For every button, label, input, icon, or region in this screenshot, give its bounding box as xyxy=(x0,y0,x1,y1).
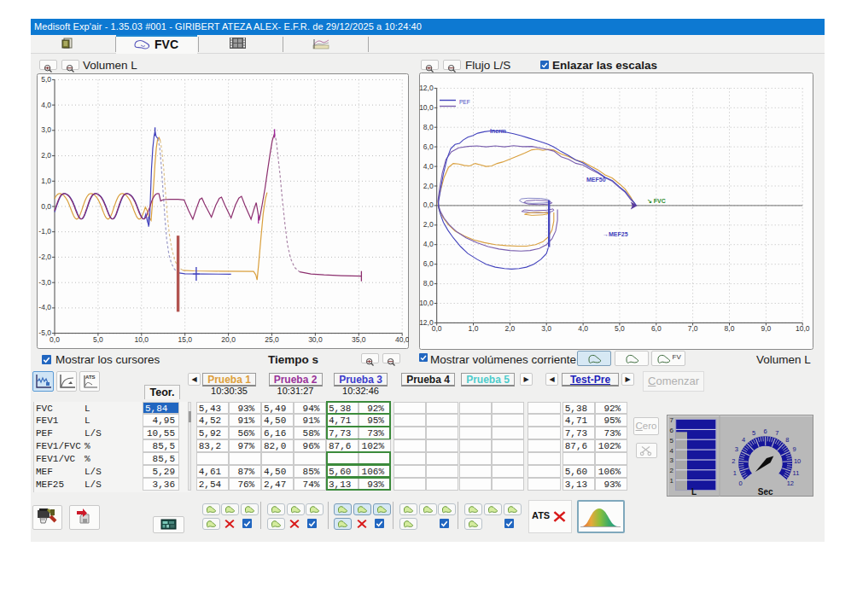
svg-text:5: 5 xyxy=(670,437,674,445)
svg-text:-3,0: -3,0 xyxy=(38,278,51,287)
svg-text:12,0: 12,0 xyxy=(419,84,434,92)
svg-text:4: 4 xyxy=(742,436,745,444)
svg-text:10: 10 xyxy=(794,457,801,465)
svg-text:8,0: 8,0 xyxy=(423,279,434,288)
svg-text:1,0: 1,0 xyxy=(41,177,51,185)
svg-text:6,0: 6,0 xyxy=(423,259,434,268)
svg-text:MEF50: MEF50 xyxy=(586,177,606,183)
svg-text:0,0: 0,0 xyxy=(50,335,60,344)
svg-text:6: 6 xyxy=(764,427,767,435)
svg-text:2,0: 2,0 xyxy=(504,324,515,333)
svg-text:4: 4 xyxy=(670,447,674,455)
svg-text:0,0: 0,0 xyxy=(41,202,51,211)
svg-text:PEF: PEF xyxy=(459,99,470,105)
svg-text:35,0: 35,0 xyxy=(352,335,366,344)
svg-text:40,0: 40,0 xyxy=(395,335,409,344)
svg-text:ATS: ATS xyxy=(85,375,96,380)
svg-text:12: 12 xyxy=(787,479,794,487)
svg-text:0: 0 xyxy=(739,479,743,487)
svg-text:10,0: 10,0 xyxy=(419,103,434,112)
svg-text:20,0: 20,0 xyxy=(221,335,236,344)
svg-text:9,0: 9,0 xyxy=(761,324,771,333)
svg-text:5,0: 5,0 xyxy=(41,75,51,84)
svg-text:2,0: 2,0 xyxy=(41,151,51,160)
svg-text:Inerm: Inerm xyxy=(490,128,506,134)
svg-text:2: 2 xyxy=(670,467,674,474)
svg-text:10,0: 10,0 xyxy=(419,299,434,307)
svg-text:-4,0: -4,0 xyxy=(38,303,51,311)
svg-text:4,0: 4,0 xyxy=(423,240,434,248)
svg-text:7: 7 xyxy=(670,416,674,424)
svg-text:10,0: 10,0 xyxy=(796,324,810,333)
svg-text:5,0: 5,0 xyxy=(93,335,103,344)
svg-text:4,0: 4,0 xyxy=(41,101,51,109)
svg-text:3: 3 xyxy=(735,445,738,453)
svg-text:15,0: 15,0 xyxy=(178,335,192,344)
svg-text:6,0: 6,0 xyxy=(423,142,434,151)
svg-text:3,0: 3,0 xyxy=(541,324,551,333)
svg-text:5: 5 xyxy=(752,429,755,437)
svg-text:-2,0: -2,0 xyxy=(38,253,51,261)
svg-text:3,0: 3,0 xyxy=(41,125,51,134)
svg-text:1: 1 xyxy=(670,477,674,485)
svg-text:1: 1 xyxy=(733,469,737,477)
svg-text:30,0: 30,0 xyxy=(308,335,323,344)
svg-text:0,0: 0,0 xyxy=(423,200,434,209)
svg-text:2,0: 2,0 xyxy=(423,182,434,190)
svg-text:4,0: 4,0 xyxy=(578,324,588,333)
svg-text:7: 7 xyxy=(775,429,778,437)
svg-text:9: 9 xyxy=(792,445,796,453)
svg-text:-1,0: -1,0 xyxy=(38,227,51,235)
svg-text:11: 11 xyxy=(793,469,800,477)
svg-text:2,0: 2,0 xyxy=(423,220,434,229)
svg-text:2: 2 xyxy=(732,457,735,465)
svg-text:L: L xyxy=(691,487,697,497)
svg-text:5,0: 5,0 xyxy=(615,324,625,333)
svg-text:8,0: 8,0 xyxy=(423,123,434,131)
svg-text:1,0: 1,0 xyxy=(469,324,479,333)
svg-text:6: 6 xyxy=(670,427,674,434)
svg-text:8,0: 8,0 xyxy=(725,324,735,333)
svg-text:Sec: Sec xyxy=(758,487,773,497)
svg-text:8: 8 xyxy=(785,436,789,444)
svg-text:25,0: 25,0 xyxy=(265,335,279,344)
svg-text:6,0: 6,0 xyxy=(651,324,662,333)
svg-text:↘ FVC: ↘ FVC xyxy=(647,198,666,204)
svg-text:4,0: 4,0 xyxy=(423,162,434,171)
svg-text:7,0: 7,0 xyxy=(688,324,698,333)
svg-text:10,0: 10,0 xyxy=(135,335,149,344)
svg-text:0,0: 0,0 xyxy=(432,324,442,333)
svg-text:→MEF25: →MEF25 xyxy=(603,231,628,237)
svg-text:3: 3 xyxy=(670,456,674,464)
